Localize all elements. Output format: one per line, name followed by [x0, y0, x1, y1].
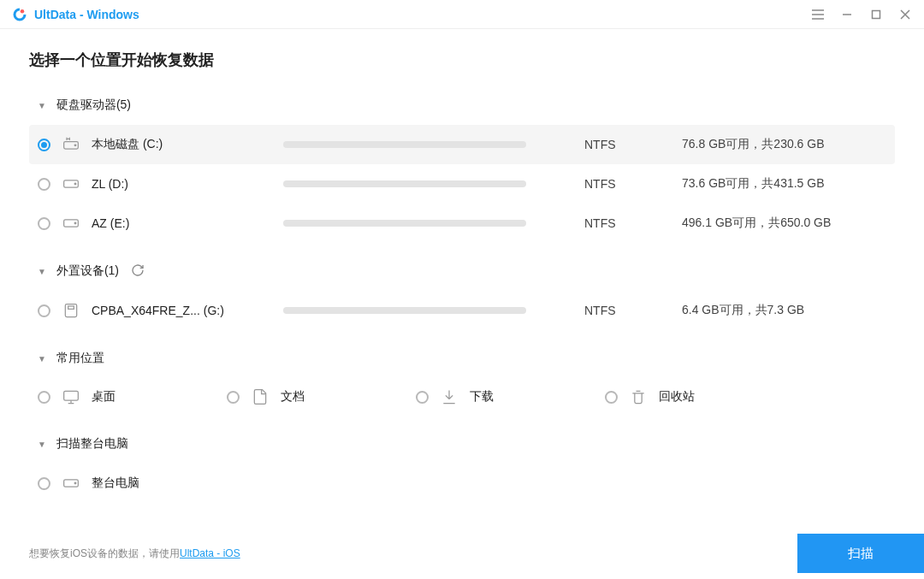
svg-rect-9 — [68, 306, 74, 309]
drive-fs: NTFS — [584, 138, 670, 151]
common-label: 桌面 — [92, 389, 116, 405]
drive-row-g[interactable]: CPBA_X64FRE_Z... (G:) NTFS 6.4 GB可用，共7.3… — [29, 291, 895, 330]
page-title: 选择一个位置开始恢复数据 — [29, 50, 895, 70]
radio[interactable] — [38, 477, 50, 490]
section-external: ▼ 外置设备(1) CPBA_X64FRE_Z... (G:) NTFS 6.4… — [29, 251, 895, 330]
document-icon — [252, 388, 269, 405]
radio[interactable] — [227, 391, 240, 404]
whole-computer-row[interactable]: 整台电脑 — [29, 464, 895, 503]
chevron-down-icon: ▼ — [38, 267, 46, 276]
section-title: 扫描整台电脑 — [56, 436, 128, 452]
scan-button[interactable]: 扫描 — [797, 534, 924, 573]
close-button[interactable] — [897, 6, 914, 23]
footer: 想要恢复iOS设备的数据，请使用UltData - iOS 扫描 — [0, 528, 924, 579]
radio-selected[interactable] — [38, 139, 50, 151]
drive-usage-bar — [283, 180, 526, 187]
drive-name: CPBA_X64FRE_Z... (G:) — [92, 304, 271, 317]
common-desktop[interactable]: 桌面 — [38, 388, 116, 405]
titlebar: UltData - Windows — [0, 0, 924, 29]
footer-hint: 想要恢复iOS设备的数据，请使用UltData - iOS — [29, 547, 240, 561]
radio[interactable] — [38, 217, 50, 230]
drive-space: 6.4 GB可用，共7.3 GB — [682, 303, 804, 318]
chevron-down-icon: ▼ — [38, 354, 46, 363]
drive-space: 496.1 GB可用，共650.0 GB — [682, 216, 831, 231]
svg-point-7 — [74, 222, 76, 224]
drive-row-e[interactable]: AZ (E:) NTFS 496.1 GB可用，共650.0 GB — [29, 204, 895, 243]
desktop-icon — [62, 388, 80, 405]
svg-point-0 — [21, 9, 25, 14]
svg-rect-1 — [873, 10, 880, 18]
svg-point-5 — [74, 183, 76, 185]
radio[interactable] — [38, 178, 50, 191]
svg-point-12 — [74, 482, 76, 484]
drive-name: ZL (D:) — [92, 177, 271, 191]
footer-link-ios[interactable]: UltData - iOS — [180, 547, 240, 559]
section-common: ▼ 常用位置 桌面 文档 — [29, 339, 895, 416]
section-whole-computer: ▼ 扫描整台电脑 整台电脑 — [29, 424, 895, 503]
drive-row-c[interactable]: 本地磁盘 (C:) NTFS 76.8 GB可用，共230.6 GB — [29, 125, 895, 164]
chevron-down-icon: ▼ — [38, 101, 46, 110]
drive-usage-bar — [283, 307, 526, 314]
drive-fs: NTFS — [584, 177, 670, 191]
drive-name: 本地磁盘 (C:) — [92, 137, 271, 152]
whole-computer-label: 整台电脑 — [92, 476, 271, 491]
removable-disk-icon — [62, 302, 80, 319]
minimize-button[interactable] — [838, 6, 856, 23]
radio[interactable] — [416, 391, 429, 404]
chevron-down-icon: ▼ — [38, 440, 46, 449]
common-documents[interactable]: 文档 — [227, 388, 305, 405]
radio[interactable] — [38, 391, 50, 404]
content: 选择一个位置开始恢复数据 ▼ 硬盘驱动器(5) 本地磁盘 (C:) NTFS 7… — [0, 29, 924, 528]
section-header-drives[interactable]: ▼ 硬盘驱动器(5) — [29, 86, 895, 125]
disk-icon — [62, 475, 80, 492]
section-title: 硬盘驱动器(5) — [56, 97, 131, 113]
disk-icon — [62, 175, 80, 192]
common-label: 下载 — [470, 389, 494, 405]
app-logo-icon — [12, 7, 27, 22]
common-label: 回收站 — [659, 389, 695, 405]
drive-name: AZ (E:) — [92, 216, 271, 230]
radio[interactable] — [605, 391, 618, 404]
download-icon — [441, 388, 458, 405]
svg-point-3 — [74, 145, 76, 146]
drive-space: 76.8 GB可用，共230.6 GB — [682, 137, 825, 152]
drive-fs: NTFS — [584, 304, 670, 317]
system-disk-icon — [62, 136, 80, 153]
radio[interactable] — [38, 304, 50, 317]
maximize-button[interactable] — [868, 6, 885, 23]
common-label: 文档 — [281, 389, 305, 405]
trash-icon — [630, 388, 647, 405]
section-header-common[interactable]: ▼ 常用位置 — [29, 339, 895, 378]
refresh-icon[interactable] — [131, 263, 146, 279]
drive-usage-bar — [283, 220, 526, 227]
drive-space: 73.6 GB可用，共431.5 GB — [682, 176, 825, 192]
drive-usage-bar — [283, 141, 526, 148]
section-hard-drives: ▼ 硬盘驱动器(5) 本地磁盘 (C:) NTFS 76.8 GB可用，共230… — [29, 86, 895, 243]
section-header-external[interactable]: ▼ 外置设备(1) — [29, 251, 895, 291]
menu-icon[interactable] — [809, 6, 826, 23]
section-title: 外置设备(1) — [56, 263, 119, 279]
common-downloads[interactable]: 下载 — [416, 388, 494, 405]
common-recycle-bin[interactable]: 回收站 — [605, 388, 695, 405]
footer-prefix: 想要恢复iOS设备的数据，请使用 — [29, 547, 180, 559]
drive-fs: NTFS — [584, 216, 670, 230]
app-title: UltData - Windows — [34, 8, 139, 21]
section-title: 常用位置 — [56, 351, 104, 366]
section-header-whole[interactable]: ▼ 扫描整台电脑 — [29, 424, 895, 464]
disk-icon — [62, 215, 80, 232]
drive-row-d[interactable]: ZL (D:) NTFS 73.6 GB可用，共431.5 GB — [29, 164, 895, 204]
svg-rect-10 — [64, 391, 79, 400]
